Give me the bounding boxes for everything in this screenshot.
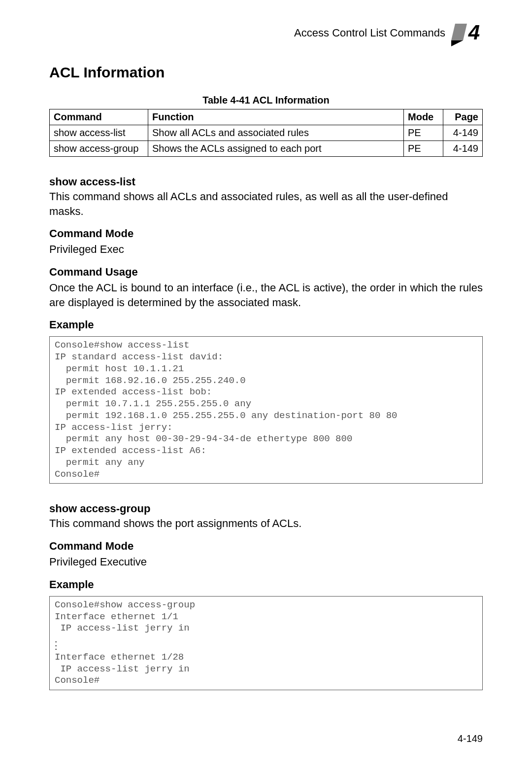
vertical-ellipsis-icon: ...: [55, 637, 477, 649]
td-mode: PE: [404, 141, 443, 157]
acl-info-table: Command Function Mode Page show access-l…: [49, 109, 483, 157]
chapter-number: 4: [468, 21, 480, 44]
command-description: This command shows all ACLs and associat…: [49, 189, 483, 218]
example-code: Console#show access-list IP standard acc…: [49, 336, 483, 484]
td-function: Show all ACLs and associated rules: [148, 125, 404, 141]
command-mode-value: Privileged Executive: [49, 555, 483, 569]
example-label: Example: [49, 578, 483, 591]
command-heading: show access-list: [49, 176, 483, 188]
command-mode-label: Command Mode: [49, 227, 483, 240]
command-heading: show access-group: [49, 502, 483, 515]
page: Access Control List Commands 4 ACL Infor…: [0, 0, 532, 774]
command-usage-text: Once the ACL is bound to an interface (i…: [49, 281, 483, 310]
example-label: Example: [49, 318, 483, 331]
td-mode: PE: [404, 125, 443, 141]
th-command: Command: [50, 109, 148, 125]
command-usage-label: Command Usage: [49, 266, 483, 279]
table-header-row: Command Function Mode Page: [50, 109, 483, 125]
th-function: Function: [148, 109, 404, 125]
section-title: ACL Information: [49, 64, 483, 81]
table-row: show access-group Shows the ACLs assigne…: [50, 141, 483, 157]
command-mode-label: Command Mode: [49, 540, 483, 553]
code-post: Interface ethernet 1/28 IP access-list j…: [55, 652, 190, 686]
command-description: This command shows the port assignments …: [49, 516, 483, 531]
td-function: Shows the ACLs assigned to each port: [148, 141, 404, 157]
td-command: show access-list: [50, 125, 148, 141]
example-code: Console#show access-group Interface ethe…: [49, 596, 483, 690]
code-pre: Console#show access-group Interface ethe…: [55, 599, 195, 634]
svg-marker-0: [451, 40, 463, 46]
command-mode-value: Privileged Exec: [49, 242, 483, 257]
td-command: show access-group: [50, 141, 148, 157]
page-header: Access Control List Commands 4: [49, 20, 483, 46]
td-page: 4-149: [443, 125, 483, 141]
svg-marker-1: [451, 24, 467, 40]
table-row: show access-list Show all ACLs and assoc…: [50, 125, 483, 141]
th-mode: Mode: [404, 109, 443, 125]
td-page: 4-149: [443, 141, 483, 157]
breadcrumb: Access Control List Commands: [294, 27, 445, 39]
chapter-icon: 4: [451, 20, 483, 46]
page-number: 4-149: [458, 733, 483, 744]
th-page: Page: [443, 109, 483, 125]
table-caption: Table 4-41 ACL Information: [49, 95, 483, 106]
